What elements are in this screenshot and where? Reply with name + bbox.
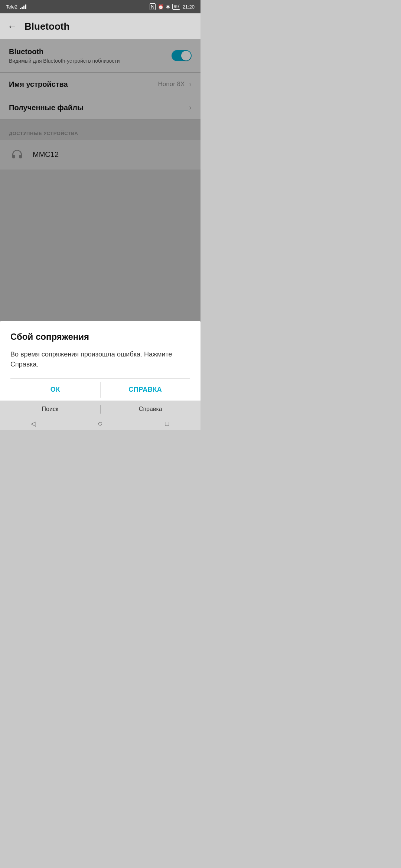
- pairing-failure-dialog: Сбой сопряжения Во время сопряжения прои…: [0, 321, 200, 401]
- main-content: Bluetooth Видимый для Bluetooth-устройст…: [0, 39, 200, 430]
- search-nav-item[interactable]: Поиск: [0, 406, 100, 412]
- carrier-label: Tele2: [6, 4, 17, 10]
- back-nav-button[interactable]: ◁: [28, 418, 39, 429]
- signal-icon: [20, 4, 26, 9]
- dialog-help-button[interactable]: СПРАВКА: [101, 379, 190, 401]
- status-right: N ⏰ ✱ 99 21:20: [150, 3, 195, 10]
- home-nav-button[interactable]: ○: [95, 418, 105, 429]
- dialog-buttons: ОК СПРАВКА: [10, 378, 190, 401]
- page-header: ← Bluetooth: [0, 13, 200, 39]
- nfc-icon: N: [150, 3, 156, 10]
- bluetooth-status-icon: ✱: [166, 4, 170, 10]
- status-left: Tele2: [6, 4, 26, 10]
- alarm-icon: ⏰: [158, 4, 164, 10]
- battery-icon: 99: [172, 4, 180, 10]
- dialog-ok-button[interactable]: ОК: [10, 379, 100, 401]
- recent-nav-button[interactable]: □: [162, 418, 172, 429]
- page-title: Bluetooth: [25, 21, 69, 32]
- back-button[interactable]: ←: [7, 21, 17, 32]
- help-nav-item[interactable]: Справка: [101, 406, 201, 412]
- dialog-message: Во время сопряжения произошла ошибка. На…: [10, 349, 190, 369]
- bottom-nav: Поиск Справка: [0, 401, 200, 417]
- system-nav: ◁ ○ □: [0, 417, 200, 430]
- status-bar: Tele2 N ⏰ ✱ 99 21:20: [0, 0, 200, 13]
- time-label: 21:20: [182, 4, 195, 10]
- dialog-title: Сбой сопряжения: [10, 332, 190, 342]
